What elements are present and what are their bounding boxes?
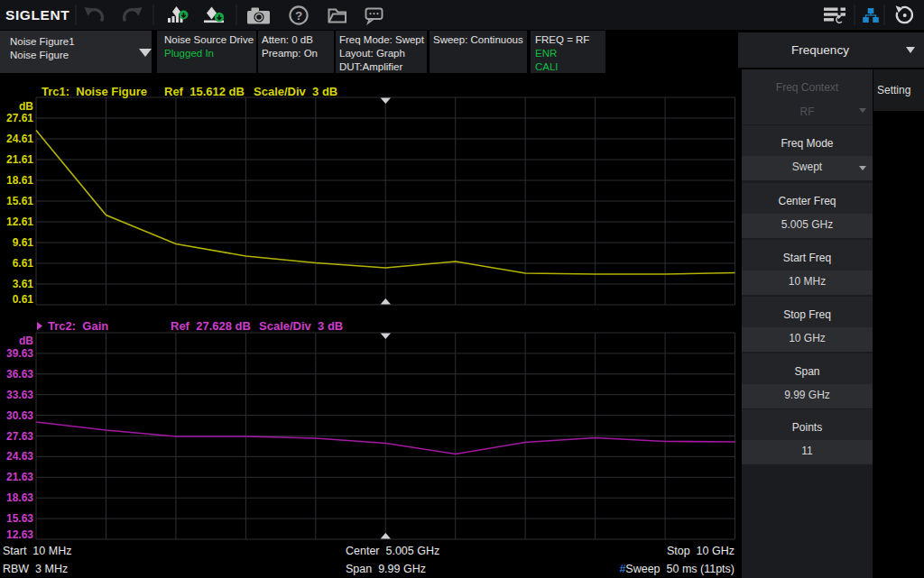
svg-text:dB: dB <box>19 335 33 347</box>
svg-text:RBW 3 MHz: RBW 3 MHz <box>3 563 68 575</box>
svg-text:Stop 10 GHz: Stop 10 GHz <box>667 545 735 557</box>
svg-text:15.63: 15.63 <box>6 512 33 525</box>
svg-text:6.61: 6.61 <box>13 257 34 270</box>
svg-text:39.63: 39.63 <box>6 347 33 360</box>
svg-text:21.61: 21.61 <box>6 153 33 166</box>
svg-text:Center 5.005 GHz: Center 5.005 GHz <box>346 545 439 557</box>
svg-text:Span 9.99 GHz: Span 9.99 GHz <box>346 563 426 575</box>
svg-text:30.63: 30.63 <box>6 409 33 422</box>
svg-text:dB: dB <box>19 100 33 113</box>
svg-text:24.61: 24.61 <box>6 133 33 145</box>
svg-text:Start 10 MHz: Start 10 MHz <box>3 545 71 557</box>
svg-text:21.63: 21.63 <box>6 471 33 483</box>
svg-text:12.61: 12.61 <box>6 216 33 228</box>
svg-text:36.63: 36.63 <box>6 368 33 381</box>
svg-text:3.61: 3.61 <box>13 278 34 290</box>
svg-text:24.63: 24.63 <box>6 450 33 463</box>
svg-text:18.63: 18.63 <box>6 491 33 504</box>
svg-text:Ref 15.612 dB: Ref 15.612 dB <box>164 85 245 98</box>
svg-text:Scale/Div 3 dB: Scale/Div 3 dB <box>259 319 343 333</box>
svg-text:9.61: 9.61 <box>13 236 34 249</box>
svg-text:27.63: 27.63 <box>6 430 33 443</box>
svg-text:33.63: 33.63 <box>6 389 33 401</box>
svg-text:18.61: 18.61 <box>6 174 33 187</box>
svg-text:0.61: 0.61 <box>13 293 34 306</box>
svg-text:Trc1: Noise Figure: Trc1: Noise Figure <box>42 85 147 98</box>
svg-text:#Sweep 50 ms (11pts): #Sweep 50 ms (11pts) <box>619 563 735 575</box>
svg-text:12.63: 12.63 <box>6 528 33 541</box>
svg-text:Scale/Div 3 dB: Scale/Div 3 dB <box>254 85 337 98</box>
svg-text:?: ? <box>295 9 302 23</box>
svg-text:15.61: 15.61 <box>6 195 33 207</box>
svg-text:Trc2: Gain: Trc2: Gain <box>48 319 108 333</box>
svg-text:Ref 27.628 dB: Ref 27.628 dB <box>171 319 251 333</box>
svg-text:27.61: 27.61 <box>6 112 33 124</box>
